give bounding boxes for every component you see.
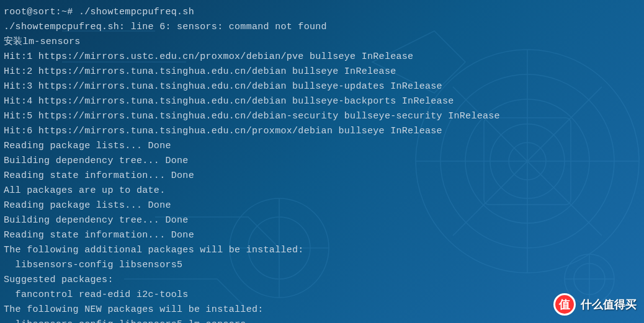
terminal-line: libsensors-config libsensors5 lm-sensors	[4, 317, 640, 323]
terminal-output[interactable]: root@sort:~# ./showtempcpufreq.sh ./show…	[0, 0, 644, 323]
terminal-line: root@sort:~# ./showtempcpufreq.sh	[4, 5, 640, 20]
terminal-line: Hit:4 https://mirrors.tuna.tsinghua.edu.…	[4, 94, 640, 109]
terminal-line: libsensors-config libsensors5	[4, 258, 640, 273]
watermark: 值 什么值得买	[553, 293, 637, 316]
terminal-line: Reading package lists... Done	[4, 198, 640, 213]
watermark-badge-text: 值	[559, 297, 570, 312]
terminal-line: Hit:6 https://mirrors.tuna.tsinghua.edu.…	[4, 124, 640, 139]
watermark-label: 什么值得买	[581, 297, 637, 312]
terminal-line: All packages are up to date.	[4, 184, 640, 198]
terminal-line: fancontrol read-edid i2c-tools	[4, 288, 640, 303]
terminal-line: ./showtempcpufreq.sh: line 6: sensors: c…	[4, 20, 640, 35]
terminal-line: Hit:1 https://mirrors.ustc.edu.cn/proxmo…	[4, 50, 640, 64]
terminal-line: Building dependency tree... Done	[4, 154, 640, 169]
terminal-line: Reading package lists... Done	[4, 139, 640, 154]
terminal-line: Hit:5 https://mirrors.tuna.tsinghua.edu.…	[4, 109, 640, 124]
terminal-line: Reading state information... Done	[4, 169, 640, 184]
terminal-line: The following NEW packages will be insta…	[4, 303, 640, 317]
terminal-line: Suggested packages:	[4, 273, 640, 288]
terminal-line: Hit:2 https://mirrors.tuna.tsinghua.edu.…	[4, 64, 640, 79]
terminal-line: 安装lm-sensors	[4, 35, 640, 50]
terminal-line: Building dependency tree... Done	[4, 213, 640, 228]
terminal-line: Hit:3 https://mirrors.tuna.tsinghua.edu.…	[4, 79, 640, 94]
watermark-badge-icon: 值	[553, 293, 576, 316]
terminal-line: Reading state information... Done	[4, 228, 640, 243]
terminal-line: The following additional packages will b…	[4, 243, 640, 258]
